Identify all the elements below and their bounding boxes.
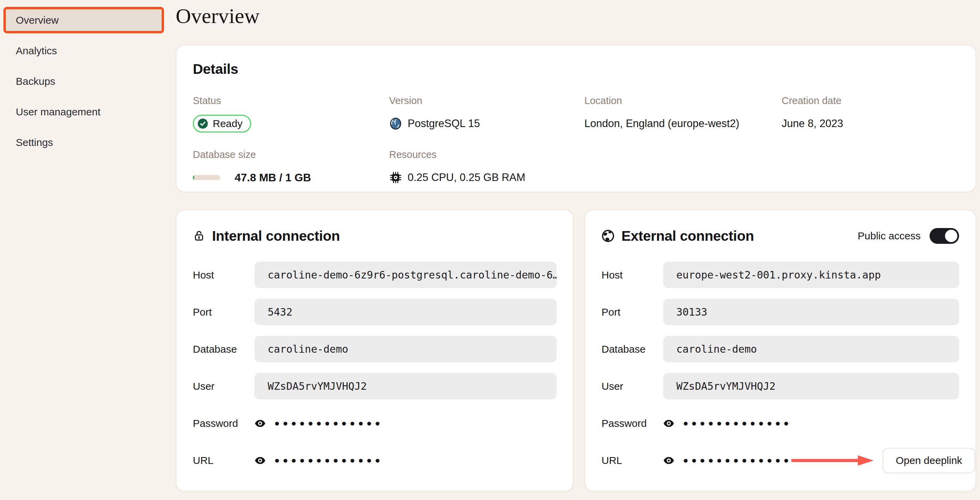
check-circle-icon	[197, 118, 208, 129]
internal-url-label: URL	[193, 455, 255, 466]
reveal-url-eye-icon[interactable]	[663, 456, 674, 465]
external-connection-heading: External connection	[621, 228, 754, 244]
internal-database-value[interactable]: caroline-demo	[255, 336, 557, 362]
external-database-value[interactable]: caroline-demo	[663, 336, 959, 362]
external-host-row: Host europe-west2-001.proxy.kinsta.app	[601, 262, 959, 288]
internal-user-value[interactable]: WZsDA5rvYMJVHQJ2	[255, 373, 557, 399]
sidebar-item-analytics[interactable]: Analytics	[0, 37, 172, 64]
external-port-label: Port	[601, 306, 663, 318]
internal-host-label: Host	[193, 269, 255, 281]
internal-host-row: Host caroline-demo-6z9r6-postgresql.caro…	[193, 262, 557, 288]
detail-status: Status Ready	[193, 95, 389, 133]
external-password-row: Password •••••••••••••	[601, 410, 959, 436]
version-text: PostgreSQL 15	[408, 117, 480, 130]
version-label: Version	[389, 95, 584, 107]
location-text: London, England (europe-west2)	[584, 117, 740, 130]
internal-user-label: User	[193, 380, 255, 392]
internal-user-row: User WZsDA5rvYMJVHQJ2	[193, 373, 557, 399]
internal-host-value[interactable]: caroline-demo-6z9r6-postgresql.caroline-…	[255, 262, 557, 288]
status-text: Ready	[213, 118, 243, 129]
sidebar-item-backups[interactable]: Backups	[0, 68, 172, 94]
postgresql-icon	[389, 117, 402, 130]
internal-port-row: Port 5432	[193, 299, 557, 325]
internal-database-row: Database caroline-demo	[193, 336, 557, 362]
cpu-chip-icon	[389, 171, 402, 184]
status-label: Status	[193, 95, 389, 107]
main-content: Overview Details Status Ready Version	[176, 0, 976, 492]
connection-cards-row: Internal connection Host caroline-demo-6…	[176, 209, 976, 492]
external-password-masked-value: •••••••••••••	[682, 416, 791, 431]
resources-label: Resources	[389, 149, 584, 160]
external-database-row: Database caroline-demo	[601, 336, 959, 362]
external-url-label: URL	[601, 455, 663, 466]
sidebar-item-settings[interactable]: Settings	[0, 129, 172, 156]
detail-location: Location London, England (europe-west2)	[584, 95, 782, 133]
internal-port-value[interactable]: 5432	[255, 299, 557, 325]
external-user-value[interactable]: WZsDA5rvYMJVHQJ2	[663, 373, 959, 399]
external-host-label: Host	[601, 269, 663, 281]
internal-database-label: Database	[193, 343, 255, 355]
external-database-label: Database	[601, 343, 663, 355]
reveal-url-eye-icon[interactable]	[255, 456, 266, 465]
database-size-text: 47.8 MB / 1 GB	[235, 171, 311, 184]
creation-date-label: Creation date	[782, 95, 959, 107]
sidebar-item-user-management[interactable]: User management	[0, 99, 172, 125]
sidebar: Overview Analytics Backups User manageme…	[0, 0, 172, 160]
public-access-label: Public access	[858, 230, 921, 242]
database-size-progress-fill	[193, 175, 194, 180]
external-port-value[interactable]: 30133	[663, 299, 959, 325]
external-connection-card: External connection Public access Host e…	[584, 209, 976, 492]
details-card: Details Status Ready Version	[176, 45, 976, 192]
internal-url-masked-value: •••••••••••••	[273, 453, 382, 468]
external-port-row: Port 30133	[601, 299, 959, 325]
sidebar-item-overview[interactable]: Overview	[3, 7, 164, 33]
location-label: Location	[584, 95, 782, 107]
database-size-progressbar	[193, 175, 220, 180]
creation-date-text: June 8, 2023	[782, 117, 843, 130]
external-url-row: URL ••••••••••••• Open deeplink	[601, 447, 959, 474]
open-deeplink-button[interactable]: Open deeplink	[883, 448, 975, 473]
public-access-toggle[interactable]	[929, 228, 959, 244]
detail-database-size: Database size 47.8 MB / 1 GB	[193, 149, 389, 187]
internal-port-label: Port	[193, 306, 255, 318]
external-password-label: Password	[601, 418, 663, 429]
external-host-value[interactable]: europe-west2-001.proxy.kinsta.app	[663, 262, 959, 288]
page-title: Overview	[176, 4, 976, 27]
details-heading: Details	[193, 61, 959, 77]
external-user-label: User	[601, 380, 663, 392]
external-url-masked-value: •••••••••••••	[682, 453, 791, 468]
lock-icon	[193, 230, 205, 242]
internal-url-row: URL •••••••••••••	[193, 447, 557, 474]
reveal-password-eye-icon[interactable]	[663, 419, 674, 428]
globe-icon	[601, 229, 614, 243]
details-grid: Status Ready Version	[193, 95, 959, 187]
reveal-password-eye-icon[interactable]	[255, 419, 266, 428]
database-size-label: Database size	[193, 149, 389, 160]
internal-connection-card: Internal connection Host caroline-demo-6…	[176, 209, 574, 492]
internal-password-masked-value: •••••••••••••	[273, 416, 382, 431]
detail-creation-date: Creation date June 8, 2023	[782, 95, 959, 133]
internal-password-label: Password	[193, 418, 255, 429]
annotation-arrow-icon	[791, 454, 877, 467]
internal-password-row: Password •••••••••••••	[193, 410, 557, 436]
status-badge: Ready	[193, 115, 251, 133]
external-user-row: User WZsDA5rvYMJVHQJ2	[601, 373, 959, 399]
internal-connection-heading: Internal connection	[212, 228, 340, 244]
detail-version: Version PostgreSQL 15	[389, 95, 584, 133]
toggle-knob	[945, 230, 957, 242]
detail-resources: Resources 0.25 CPU, 0.25 GB RAM	[389, 149, 584, 187]
resources-text: 0.25 CPU, 0.25 GB RAM	[408, 171, 525, 184]
